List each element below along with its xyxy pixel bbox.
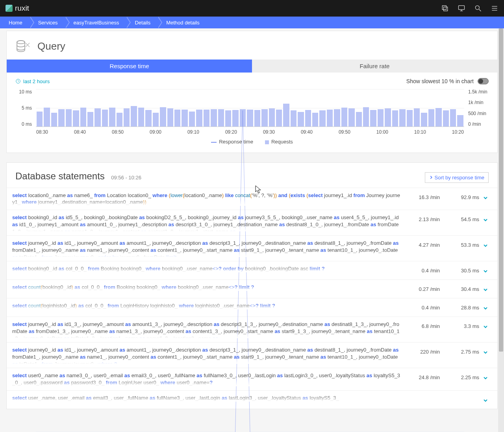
svg-rect-1 (444, 7, 448, 11)
statement-sql: select location0_.name as name6_ from Lo… (12, 192, 404, 206)
chart-plot[interactable] (36, 89, 464, 127)
chevron-down-icon (483, 324, 488, 330)
statement-sql: select user_.name, user_.email as email3… (12, 395, 404, 402)
statement-sql: select journey0_.id as id1_3_, journey0_… (12, 321, 404, 338)
breadcrumb: HomeServiceseasyTravelBusinessDetailsMet… (0, 17, 504, 28)
expand-button[interactable] (479, 192, 492, 202)
svg-point-4 (17, 41, 25, 44)
scrollbar[interactable] (498, 28, 504, 432)
expand-button[interactable] (479, 302, 492, 313)
tab-failure-rate[interactable]: Failure rate (252, 60, 497, 73)
expand-button[interactable] (479, 346, 492, 357)
slowest-toggle[interactable] (478, 78, 489, 84)
tab-response-time[interactable]: Response time (7, 60, 252, 73)
statement-sql: select booking0_.id as id5_5_, booking0_… (12, 214, 404, 231)
menu-icon[interactable] (491, 4, 498, 12)
brand-name: ruxit (15, 4, 29, 13)
breadcrumb-item[interactable]: Method details (158, 17, 207, 28)
page-title: Query (37, 40, 65, 52)
chevron-down-icon (483, 350, 488, 355)
statement-sql: select count(booking0_.id) as col_0_0_ f… (12, 284, 404, 291)
statement-sql: select count(loginhisto0_.id) as col_0_0… (12, 302, 404, 309)
brand-logo[interactable]: ruxit (6, 4, 29, 13)
statement-sql: select journey0_.id as id1_, journey0_.a… (12, 240, 404, 257)
page-header: Query (7, 31, 497, 60)
brand-logo-icon (6, 5, 13, 12)
statement-sql: select journey0_.id as id1_, journey0_.a… (12, 346, 404, 364)
statement-sql: select booking0_.id as col_0_0_ from Boo… (12, 265, 404, 272)
chevron-down-icon (483, 305, 488, 311)
monitor-icon[interactable] (458, 4, 465, 12)
chevron-down-icon (483, 217, 488, 223)
breadcrumb-item[interactable]: Services (30, 17, 65, 28)
chevron-down-icon (483, 243, 488, 248)
tabs: Response timeFailure rate (7, 60, 497, 73)
expand-button[interactable] (479, 321, 492, 331)
search-icon[interactable] (474, 4, 482, 12)
scrollbar-thumb[interactable] (499, 28, 503, 352)
expand-button[interactable] (479, 284, 492, 294)
database-icon (15, 38, 31, 54)
windows-icon[interactable] (441, 4, 449, 12)
response-time-chart: 10 ms5 ms0 ms 1.5k /min1k /min500 /min0 … (7, 87, 497, 153)
chevron-down-icon (483, 268, 488, 274)
clock-icon (15, 78, 21, 84)
timerange-picker[interactable]: last 2 hours (15, 78, 50, 84)
chevron-down-icon (483, 398, 488, 403)
topbar: ruxit (0, 0, 504, 17)
query-card: Query Response timeFailure rate last 2 h… (6, 31, 498, 153)
chevron-down-icon (483, 287, 488, 292)
chevron-down-icon (483, 375, 488, 381)
expand-button[interactable] (479, 372, 492, 382)
expand-button[interactable] (479, 214, 492, 224)
y-axis-right: 1.5k /min1k /min500 /min0 /min (467, 89, 489, 127)
svg-rect-0 (442, 6, 446, 9)
svg-point-3 (475, 6, 479, 9)
breadcrumb-item[interactable]: easyTravelBusiness (65, 17, 126, 28)
timerange-label: last 2 hours (23, 78, 50, 84)
slowest-toggle-label: Show slowest 10 % in chart (406, 78, 474, 84)
y-axis-left: 10 ms5 ms0 ms (15, 89, 33, 127)
expand-button[interactable] (479, 395, 492, 405)
breadcrumb-item[interactable]: Home (0, 17, 30, 28)
topbar-icons (441, 4, 498, 12)
expand-button[interactable] (479, 265, 492, 276)
slowest-toggle-row: Show slowest 10 % in chart (406, 78, 489, 84)
statement-sql: select user0_.name as name3_0_, user0_.e… (12, 372, 404, 386)
chevron-down-icon (483, 195, 488, 201)
expand-button[interactable] (479, 240, 492, 250)
svg-rect-2 (459, 6, 465, 9)
